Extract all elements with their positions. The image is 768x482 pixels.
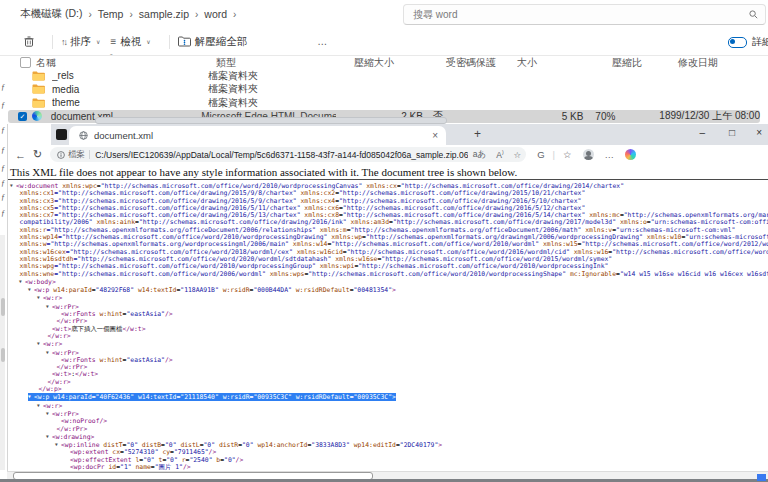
xml-line: ▼<w:p w14:paraId="48292F68" w14:textId="… (8, 286, 768, 294)
row-checkbox[interactable]: ✓ (8, 112, 32, 121)
search-input[interactable]: 搜尋 word (403, 4, 766, 25)
file-row-theme[interactable]: theme檔案資料夾 (8, 96, 760, 109)
folder-icon (32, 71, 52, 81)
file-name[interactable]: media (52, 84, 208, 95)
sort-label: 排序 (70, 35, 91, 49)
background-scrollbar-thumb (1, 298, 5, 316)
file-row-_rels[interactable]: _rels檔案資料夾 (8, 69, 760, 82)
tab-actions-icon[interactable] (56, 129, 67, 140)
background-pen-glyph: ƒ (1, 83, 5, 92)
xml-line: <w:noProof/> (8, 418, 768, 425)
favorite-star-icon[interactable]: ☆ (514, 150, 522, 160)
browser-toolbar: ← ↻ 檔案 C:/Users/IEC120639/AppData/Local/… (8, 145, 768, 165)
file-explorer-window: 本機磁碟 (D:)›Temp›sample.zip›word› 搜尋 word … (0, 0, 768, 124)
file-name[interactable]: theme (52, 97, 208, 108)
xml-line: xmlns:wne="http://schemas.microsoft.com/… (8, 271, 768, 278)
view-button[interactable]: ≡ 檢視 ∨ (110, 35, 150, 49)
breadcrumb-chevron-icon[interactable]: › (129, 9, 132, 20)
file-list: _rels檔案資料夾media檔案資料夾theme檔案資料夾✓document.… (0, 67, 768, 124)
extract-all-button[interactable]: 解壓縮全部 (178, 35, 248, 49)
more-options-button[interactable]: … (317, 36, 327, 47)
xml-line: </w:r> (8, 379, 768, 386)
xml-line: <w:t>:</w:t> (8, 371, 768, 378)
toggle-icon (728, 37, 747, 48)
copilot-icon[interactable] (625, 149, 636, 160)
background-pen-glyph: ƒ (1, 164, 5, 173)
xml-line: ▼<w:drawing> (8, 433, 768, 441)
address-bar[interactable]: 檔案 C:/Users/IEC120639/AppData/Local/Temp… (50, 147, 526, 162)
sort-icon: ↑↓ (61, 37, 66, 47)
xml-line: </w:rPr> (8, 364, 768, 371)
scrollbar-corner (757, 474, 766, 481)
breadcrumb-chevron-icon[interactable]: › (88, 9, 91, 20)
refresh-button[interactable]: ↻ (33, 148, 42, 161)
info-icon (57, 151, 65, 159)
extract-all-label: 解壓縮全部 (195, 35, 248, 49)
trash-icon (24, 36, 34, 47)
settings-more-icon[interactable]: … (605, 149, 615, 160)
file-type: 檔案資料夾 (208, 96, 348, 110)
file-name[interactable]: _rels (52, 70, 208, 81)
breadcrumb-item[interactable]: sample.zip (139, 8, 189, 20)
xml-document-tree: ▼<w:document xmlns:wpc="http://schemas.m… (8, 182, 768, 471)
xml-line: ▼<w:body> (8, 278, 768, 286)
toolbar-separator (169, 35, 170, 49)
xml-viewer: This XML file does not appear to have an… (8, 164, 768, 482)
background-pen-glyph: ƒ (1, 179, 5, 188)
chevron-down-icon: ∨ (96, 38, 100, 45)
read-aloud-icon[interactable]: A) (496, 149, 503, 160)
xml-line: ▼<w:r> (8, 402, 768, 410)
xml-line: </w:p> (8, 386, 768, 393)
view-label: 檢視 (120, 35, 141, 49)
background-pen-glyph: ƒ (1, 101, 5, 110)
edge-browser-window: document.xml × + – □ × ← ↻ 檔案 C:/Users/I… (7, 124, 768, 482)
explorer-address-bar: 本機磁碟 (D:)›Temp›sample.zip›word› 搜尋 word (0, 0, 768, 28)
details-toggle-label: 詳細資料 (752, 35, 768, 49)
translate-icon[interactable]: aあ (473, 149, 486, 161)
url-scheme-label: 檔案 (68, 149, 85, 161)
details-pane-toggle[interactable]: 詳細資料 (728, 35, 768, 49)
chevron-down-icon: ∨ (146, 38, 150, 45)
breadcrumb-chevron-icon[interactable]: › (195, 9, 198, 20)
profile-avatar[interactable] (583, 149, 594, 160)
xml-line: <w:rFonts w:hint="eastAsia"/> (8, 357, 768, 364)
breadcrumb-item[interactable]: 本機磁碟 (D:) (20, 7, 82, 21)
xml-line: ▼<w:p w14:paraId="40F62436" w14:textId="… (8, 393, 768, 401)
tab-strip: document.xml × + – □ × (8, 124, 768, 145)
file-ratio: 70% (589, 111, 649, 122)
breadcrumb: 本機磁碟 (D:)›Temp›sample.zip›word› (20, 7, 242, 21)
tab-close-icon[interactable]: × (432, 130, 438, 141)
tab-document-xml[interactable]: document.xml × (69, 126, 446, 145)
extract-all-icon (178, 36, 191, 47)
edge-icon (32, 111, 51, 121)
new-tab-button[interactable]: + (474, 127, 481, 141)
xml-line: <w:t>底下插入一個圖檔</w:t> (8, 326, 768, 333)
breadcrumb-item[interactable]: Temp (98, 8, 124, 20)
message-divider (8, 179, 768, 181)
sort-button[interactable]: ↑↓ 排序 ∨ (61, 35, 100, 49)
xml-line: </w:rPr> (8, 426, 768, 433)
extension-icon[interactable]: G (537, 149, 544, 160)
breadcrumb-item[interactable]: word (204, 8, 227, 20)
delete-button[interactable] (24, 36, 34, 47)
maximize-button[interactable]: □ (729, 127, 735, 138)
folder-icon (32, 98, 52, 108)
window-close-button[interactable]: × (756, 127, 762, 138)
xml-line: </w:r> (8, 333, 768, 340)
breadcrumb-chevron-icon[interactable]: › (233, 9, 236, 20)
xml-line: ▼<w:rPr> (8, 410, 768, 418)
minimize-button[interactable]: – (699, 127, 705, 138)
explorer-horizontal-scrollbar[interactable] (95, 117, 447, 124)
file-row-media[interactable]: media檔案資料夾 (8, 83, 760, 96)
toolbar-divider: | (553, 149, 555, 160)
favorites-bar-icon[interactable]: ☆ (563, 149, 572, 160)
globe-icon (79, 131, 88, 140)
more-icon: … (317, 36, 327, 47)
background-pen-glyph: ƒ (1, 146, 5, 155)
file-type: 檔案資料夾 (208, 69, 348, 83)
url-text: C:/Users/IEC120639/AppData/Local/Temp/5c… (95, 150, 468, 160)
background-pen-glyph: ƒ (1, 209, 5, 218)
back-button[interactable]: ← (15, 149, 26, 161)
xml-line: <w:rFonts w:hint="eastAsia"/> (8, 311, 768, 318)
sort-ascending-icon: ˆ (110, 52, 113, 61)
